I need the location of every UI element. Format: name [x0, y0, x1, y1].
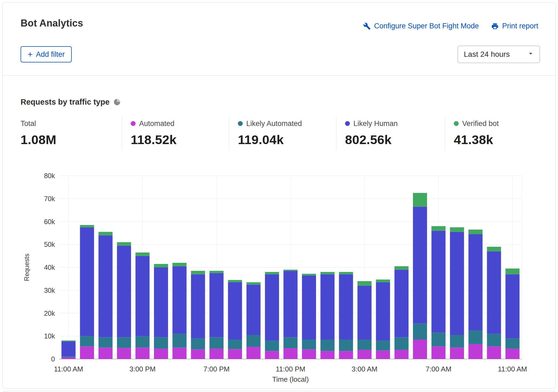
configure-link-label: Configure Super Bot Fight Mode: [374, 22, 479, 30]
svg-text:60k: 60k: [44, 218, 55, 225]
print-link-label: Print report: [502, 22, 538, 30]
wrench-icon: [363, 22, 371, 30]
svg-text:3:00 PM: 3:00 PM: [129, 365, 156, 373]
chart-area: 010k20k30k40k50k60k70k80k11:00 AM3:00 PM…: [19, 167, 538, 384]
time-range-value: Last 24 hours: [464, 50, 510, 59]
svg-text:Requests: Requests: [23, 254, 30, 281]
stat-likely-automated-label: Likely Automated: [246, 119, 302, 128]
svg-text:Time (local): Time (local): [272, 375, 309, 383]
chevron-down-icon: [527, 49, 535, 59]
stat-separator: [336, 117, 336, 150]
verified-bot-legend-dot: [454, 121, 459, 126]
header-actions: Configure Super Bot Fight Mode Print rep…: [363, 22, 538, 30]
stat-likely-human-label: Likely Human: [353, 119, 398, 128]
header-divider: [2, 75, 556, 76]
add-filter-label: Add filter: [36, 50, 65, 59]
printer-icon: [491, 22, 499, 30]
stat-separator: [229, 117, 229, 150]
stat-likely-human-value: 802.56k: [345, 132, 398, 147]
svg-text:50k: 50k: [44, 241, 55, 248]
svg-text:7:00 AM: 7:00 AM: [426, 365, 451, 373]
svg-text:3:00 AM: 3:00 AM: [352, 365, 377, 373]
stat-separator: [445, 117, 445, 150]
automated-legend-dot: [131, 121, 136, 126]
stat-likely-human[interactable]: Likely Human 802.56k: [345, 119, 398, 147]
likely-automated-legend-dot: [238, 121, 243, 126]
page-title: Bot Analytics: [21, 18, 83, 29]
stat-total-label: Total: [21, 119, 36, 128]
section-title-row: Requests by traffic type: [21, 98, 120, 107]
section-title: Requests by traffic type: [21, 98, 110, 107]
stat-automated[interactable]: Automated 118.52k: [131, 119, 176, 147]
svg-text:30k: 30k: [44, 287, 55, 294]
stat-likely-automated[interactable]: Likely Automated 119.04k: [238, 119, 302, 147]
pie-chart-icon: [114, 99, 120, 105]
svg-text:7:00 PM: 7:00 PM: [203, 365, 230, 373]
stat-separator: [122, 117, 122, 150]
print-report-link[interactable]: Print report: [491, 22, 538, 30]
traffic-chart[interactable]: 010k20k30k40k50k60k70k80k11:00 AM3:00 PM…: [19, 167, 538, 384]
likely-human-legend-dot: [345, 121, 350, 126]
stat-automated-label: Automated: [139, 119, 175, 128]
svg-text:11:00 PM: 11:00 PM: [276, 365, 305, 373]
stat-automated-value: 118.52k: [131, 132, 176, 147]
svg-text:0: 0: [51, 355, 55, 363]
time-range-select[interactable]: Last 24 hours: [458, 46, 540, 63]
stat-likely-automated-value: 119.04k: [238, 132, 302, 147]
stat-total[interactable]: Total 1.08M: [21, 119, 56, 147]
plus-icon: +: [28, 50, 33, 59]
svg-text:11:00 AM: 11:00 AM: [498, 365, 527, 373]
next-card-top-edge: [2, 391, 556, 392]
svg-text:10k: 10k: [44, 332, 55, 340]
svg-text:20k: 20k: [44, 310, 55, 317]
stat-total-value: 1.08M: [21, 132, 56, 147]
svg-text:40k: 40k: [44, 264, 55, 271]
svg-text:70k: 70k: [44, 195, 55, 202]
stat-verified-bot-label: Verified bot: [462, 119, 499, 128]
stat-verified-bot[interactable]: Verified bot 41.38k: [454, 119, 499, 147]
stat-verified-bot-value: 41.38k: [454, 132, 499, 147]
svg-text:80k: 80k: [44, 172, 55, 180]
configure-super-bot-fight-mode-link[interactable]: Configure Super Bot Fight Mode: [363, 22, 479, 30]
svg-text:11:00 AM: 11:00 AM: [54, 365, 83, 373]
add-filter-button[interactable]: + Add filter: [21, 46, 72, 62]
bot-analytics-card: Bot Analytics Configure Super Bot Fight …: [2, 2, 556, 388]
